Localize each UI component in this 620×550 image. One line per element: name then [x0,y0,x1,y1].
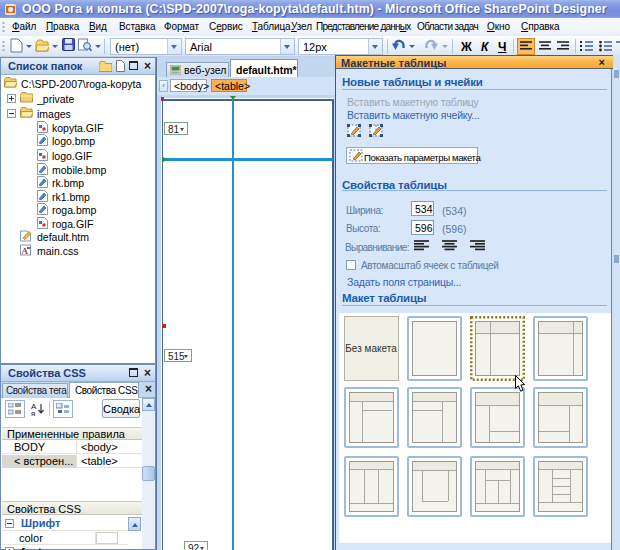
svg-text:я: я [31,409,35,417]
